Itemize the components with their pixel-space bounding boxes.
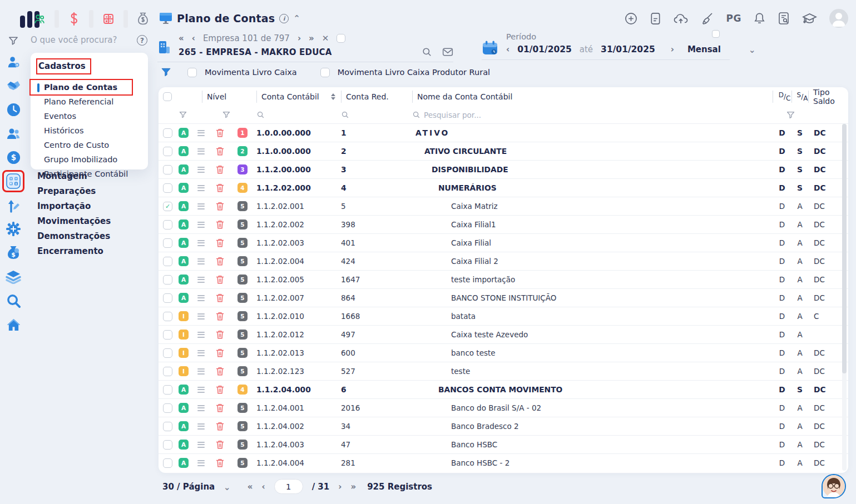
dollar-circle-icon[interactable]: $: [5, 149, 22, 166]
trending-edit-icon[interactable]: [5, 197, 22, 213]
table-row[interactable]: I51.1.2.02.013600banco testeDADC: [159, 343, 848, 362]
row-checkbox[interactable]: [163, 440, 172, 450]
delete-icon[interactable]: [215, 421, 225, 431]
row-checkbox[interactable]: [163, 275, 172, 285]
period-checkbox[interactable]: [712, 30, 720, 38]
row-menu-icon[interactable]: [197, 368, 205, 375]
period-start-date[interactable]: 01/01/2025: [517, 44, 572, 54]
delete-icon[interactable]: [215, 146, 225, 156]
row-checkbox[interactable]: [163, 293, 172, 303]
filter-dc-icon[interactable]: [773, 111, 808, 119]
row-menu-icon[interactable]: [197, 167, 205, 173]
menu-title-cadastros[interactable]: Cadastros: [37, 59, 90, 73]
home-icon[interactable]: [5, 316, 22, 333]
moneybag-blue-icon[interactable]: $: [5, 244, 22, 261]
company-close-icon[interactable]: ✕: [322, 33, 329, 43]
bell-icon[interactable]: [754, 12, 765, 25]
page-number-input[interactable]: [274, 479, 303, 494]
menu-item-centro-de-custo[interactable]: Centro de Custo: [37, 138, 148, 152]
row-menu-icon[interactable]: [197, 387, 205, 393]
delete-icon[interactable]: [215, 201, 225, 211]
sidebar-filter-icon[interactable]: [8, 36, 19, 46]
menu-item-plano-referencial[interactable]: Plano Referencial: [37, 94, 148, 109]
movimenta-livro-caixa-checkbox[interactable]: [187, 68, 197, 77]
delete-icon[interactable]: [215, 256, 225, 266]
document-search-icon[interactable]: [778, 12, 790, 25]
handshake-icon[interactable]: [5, 77, 22, 94]
menu-item-eventos[interactable]: Eventos: [37, 109, 148, 123]
row-menu-icon[interactable]: [197, 313, 205, 320]
company-next-button[interactable]: ›: [298, 33, 301, 43]
search-red-input[interactable]: [341, 111, 412, 119]
assistant-avatar-button[interactable]: [822, 474, 846, 498]
table-row[interactable]: A51.1.2.02.007864BANCO STONE INSTITUIÇÃO…: [159, 288, 848, 307]
company-prev-button[interactable]: ‹: [192, 33, 195, 43]
table-row[interactable]: A51.1.2.02.003401Caixa FilialDADC: [159, 233, 848, 252]
row-menu-icon[interactable]: [197, 258, 205, 265]
row-checkbox[interactable]: [163, 330, 172, 340]
row-checkbox[interactable]: [163, 403, 172, 413]
row-checkbox[interactable]: [163, 128, 172, 138]
delete-icon[interactable]: [215, 183, 225, 193]
row-checkbox[interactable]: [163, 257, 172, 266]
select-all-checkbox[interactable]: [163, 92, 172, 101]
calculator-icon[interactable]: [101, 12, 116, 26]
search-conta-input[interactable]: [256, 111, 341, 119]
sidebar-search[interactable]: [31, 34, 128, 45]
table-row[interactable]: A51.1.2.02.002398Caixa Filial1DADC: [159, 215, 848, 233]
table-row[interactable]: A41.1.2.02.0004NUMERÁRIOSDSDC: [159, 178, 848, 197]
user-settings-icon[interactable]: [5, 53, 22, 70]
section-montagem[interactable]: Montagem: [37, 171, 111, 181]
menu-item-grupo-imobilizado[interactable]: Grupo Imobilizado: [37, 152, 148, 167]
row-menu-icon[interactable]: [197, 442, 205, 448]
per-page-chevron-down-icon[interactable]: ⌃: [224, 482, 231, 492]
row-menu-icon[interactable]: [197, 423, 205, 430]
gear-icon[interactable]: [5, 221, 22, 237]
clock-icon[interactable]: [5, 101, 22, 118]
row-checkbox[interactable]: [163, 147, 172, 156]
sidebar-search-input[interactable]: [31, 35, 128, 45]
delete-icon[interactable]: [215, 128, 225, 138]
table-row[interactable]: A51.1.2.02.0051647teste importaçãoDADC: [159, 270, 848, 288]
graduation-cap-icon[interactable]: [802, 12, 817, 25]
search-nome-input[interactable]: Pesquisar por...: [412, 111, 773, 119]
people-group-icon[interactable]: [5, 125, 22, 142]
scrollbar-thumb[interactable]: [842, 124, 847, 373]
section-importacao[interactable]: Importação: [37, 201, 111, 211]
row-checkbox[interactable]: [163, 385, 172, 395]
plus-circle-icon[interactable]: [625, 12, 637, 25]
layers-icon[interactable]: [5, 268, 22, 285]
row-checkbox[interactable]: ✓: [163, 202, 172, 211]
section-encerramento[interactable]: Encerramento: [37, 246, 111, 256]
row-menu-icon[interactable]: [197, 203, 205, 209]
delete-icon[interactable]: [215, 238, 225, 248]
section-preparacoes[interactable]: Preparações: [37, 186, 111, 196]
row-menu-icon[interactable]: [197, 295, 205, 301]
section-demonstracoes[interactable]: Demonstrações: [37, 231, 111, 241]
period-prev-button[interactable]: ‹: [506, 44, 509, 54]
table-row[interactable]: I51.1.2.02.0101668batataDAC: [159, 307, 848, 325]
section-movimentacoes[interactable]: Movimentações: [37, 216, 111, 226]
row-checkbox[interactable]: [163, 422, 172, 431]
filter-nivel-icon[interactable]: [222, 111, 231, 119]
company-last-button[interactable]: »: [309, 33, 314, 43]
row-checkbox[interactable]: [163, 165, 172, 174]
row-menu-icon[interactable]: [197, 222, 205, 228]
sort-icon[interactable]: [331, 93, 335, 100]
delete-icon[interactable]: [215, 311, 225, 321]
help-icon[interactable]: ?: [137, 35, 147, 46]
per-page-select[interactable]: 30 / Página: [162, 482, 215, 492]
document-icon[interactable]: [650, 12, 661, 25]
delete-icon[interactable]: [215, 348, 225, 358]
row-menu-icon[interactable]: [197, 185, 205, 191]
delete-icon[interactable]: [215, 330, 225, 340]
menu-item-historicos[interactable]: Históricos: [37, 123, 148, 138]
table-row[interactable]: A31.1.2.00.0003DISPONIBILIDADEDSDC: [159, 160, 848, 178]
table-row[interactable]: A41.1.2.04.0006BANCOS CONTA MOVIMENTODSD…: [159, 380, 848, 398]
calculator-module-icon[interactable]: [5, 173, 22, 189]
row-checkbox[interactable]: [163, 238, 172, 248]
row-checkbox[interactable]: [163, 183, 172, 193]
row-menu-icon[interactable]: [197, 148, 205, 154]
period-mode-chevron-down-icon[interactable]: ⌃: [749, 44, 756, 54]
row-menu-icon[interactable]: [197, 240, 205, 246]
